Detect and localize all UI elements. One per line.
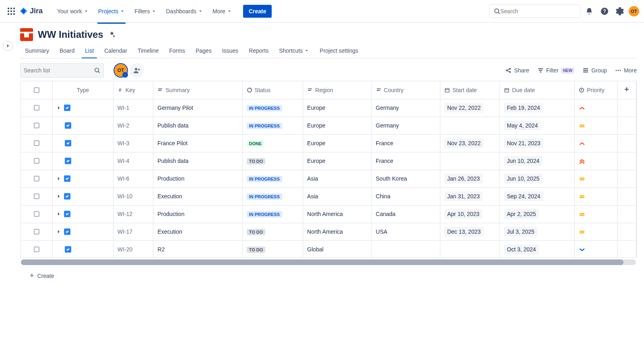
th-add-column[interactable] xyxy=(617,81,636,99)
share-button[interactable]: Share xyxy=(505,67,529,74)
row-priority[interactable] xyxy=(575,99,617,117)
th-checkbox[interactable] xyxy=(21,81,53,99)
table-row[interactable]: WI-17ExecutionTO DONorth AmericaUSADec 1… xyxy=(21,223,636,241)
row-summary[interactable]: R2 xyxy=(153,241,242,258)
row-type-cell[interactable] xyxy=(53,223,114,241)
global-search-input[interactable] xyxy=(500,8,576,14)
row-type-cell[interactable] xyxy=(53,99,114,117)
tab-project-settings[interactable]: Project settings xyxy=(315,44,363,58)
notifications-icon[interactable] xyxy=(583,5,596,18)
row-status[interactable]: TO DO xyxy=(242,223,303,241)
create-button[interactable]: Create xyxy=(243,5,272,18)
row-status[interactable]: TO DO xyxy=(242,152,303,170)
row-status[interactable]: DONE xyxy=(242,134,303,152)
chevron-right-icon[interactable] xyxy=(57,211,61,217)
row-due-date[interactable]: Jun 10, 2025 xyxy=(500,170,575,187)
nav-your-work[interactable]: Your work xyxy=(53,5,93,18)
row-country[interactable]: South Korea xyxy=(372,170,440,187)
row-type-cell[interactable] xyxy=(53,205,114,223)
table-row[interactable]: WI-20R2TO DOGlobalOct 3, 2024 xyxy=(21,241,636,258)
row-priority[interactable] xyxy=(575,241,617,258)
row-country[interactable]: Germany xyxy=(372,117,440,134)
row-country[interactable]: Germany xyxy=(372,99,440,117)
row-status[interactable]: IN PROGRESS xyxy=(242,187,303,205)
table-row[interactable]: WI-1Germany PilotIN PROGRESSEuropeGerman… xyxy=(21,99,636,117)
row-due-date[interactable]: Apr 2, 2025 xyxy=(500,205,575,223)
sidebar-expand-icon[interactable] xyxy=(3,41,13,51)
row-summary[interactable]: Germany Pilot xyxy=(153,99,242,117)
row-region[interactable]: Asia xyxy=(303,187,372,205)
th-start-date[interactable]: Start date xyxy=(440,81,500,99)
group-button[interactable]: Group xyxy=(582,67,607,74)
row-priority[interactable] xyxy=(575,134,617,152)
th-country[interactable]: Country xyxy=(372,81,440,99)
row-summary[interactable]: Publish data xyxy=(153,152,242,170)
row-status[interactable]: IN PROGRESS xyxy=(242,99,303,117)
tab-calendar[interactable]: Calendar xyxy=(99,44,132,58)
row-start-date[interactable]: Jan 26, 2023 xyxy=(440,170,500,187)
th-due-date[interactable]: Due date xyxy=(500,81,575,99)
row-start-date[interactable] xyxy=(440,241,500,258)
row-start-date[interactable]: Dec 13, 2023 xyxy=(440,223,500,241)
row-key[interactable]: WI-6 xyxy=(113,170,153,187)
th-key[interactable]: #Key xyxy=(113,81,153,99)
filter-button[interactable]: FilterNEW xyxy=(537,67,574,74)
row-key[interactable]: WI-17 xyxy=(113,223,153,241)
tab-reports[interactable]: Reports xyxy=(244,44,273,58)
row-priority[interactable] xyxy=(575,170,617,187)
row-status[interactable]: IN PROGRESS xyxy=(242,170,303,187)
row-type-cell[interactable] xyxy=(53,117,114,134)
row-summary[interactable]: Production xyxy=(153,170,242,187)
row-key[interactable]: WI-20 xyxy=(113,241,153,258)
row-country[interactable]: France xyxy=(372,152,440,170)
row-region[interactable]: North America xyxy=(303,223,372,241)
row-summary[interactable]: France Pilot xyxy=(153,134,242,152)
create-issue-row[interactable]: +Create xyxy=(20,267,637,287)
row-region[interactable]: Europe xyxy=(303,99,372,117)
tab-list[interactable]: List xyxy=(80,44,99,58)
row-priority[interactable] xyxy=(575,152,617,170)
row-country[interactable] xyxy=(372,241,440,258)
row-due-date[interactable]: Jun 10, 2024 xyxy=(500,152,575,170)
row-key[interactable]: WI-2 xyxy=(113,117,153,134)
list-search-input[interactable] xyxy=(24,67,94,74)
row-due-date[interactable]: Sep 24, 2024 xyxy=(500,187,575,205)
app-switcher-icon[interactable] xyxy=(5,5,18,18)
chevron-right-icon[interactable] xyxy=(57,228,61,235)
row-status[interactable]: IN PROGRESS xyxy=(242,205,303,223)
table-row[interactable]: WI-2Publish dataIN PROGRESSEuropeGermany… xyxy=(21,117,636,134)
row-checkbox[interactable] xyxy=(21,205,53,223)
tab-pages[interactable]: Pages xyxy=(191,44,217,58)
row-summary[interactable]: Execution xyxy=(153,223,242,241)
list-search[interactable] xyxy=(20,63,104,78)
nav-more[interactable]: More xyxy=(208,5,236,18)
row-checkbox[interactable] xyxy=(21,241,53,258)
row-type-cell[interactable] xyxy=(53,134,114,152)
row-key[interactable]: WI-10 xyxy=(113,187,153,205)
row-checkbox[interactable] xyxy=(21,152,53,170)
row-key[interactable]: WI-3 xyxy=(113,134,153,152)
row-key[interactable]: WI-4 xyxy=(113,152,153,170)
jira-logo[interactable]: Jira xyxy=(19,7,43,16)
help-icon[interactable]: ? xyxy=(598,5,611,18)
row-summary[interactable]: Publish data xyxy=(153,117,242,134)
row-priority[interactable] xyxy=(575,187,617,205)
user-avatar[interactable]: OT xyxy=(629,6,639,16)
settings-icon[interactable] xyxy=(613,5,626,18)
row-due-date[interactable]: Nov 21, 2023 xyxy=(500,134,575,152)
row-priority[interactable] xyxy=(575,205,617,223)
row-start-date[interactable]: Jan 31, 2023 xyxy=(440,187,500,205)
row-checkbox[interactable] xyxy=(21,99,53,117)
row-region[interactable]: Europe xyxy=(303,152,372,170)
row-country[interactable]: Canada xyxy=(372,205,440,223)
row-type-cell[interactable] xyxy=(53,170,114,187)
th-region[interactable]: Region xyxy=(303,81,372,99)
tab-forms[interactable]: Forms xyxy=(164,44,190,58)
table-row[interactable]: WI-4Publish dataTO DOEuropeFranceJun 10,… xyxy=(21,152,636,170)
chevron-right-icon[interactable] xyxy=(57,105,61,111)
row-due-date[interactable]: Feb 19, 2024 xyxy=(500,99,575,117)
row-status[interactable]: IN PROGRESS xyxy=(242,117,303,134)
row-region[interactable]: Europe xyxy=(303,117,372,134)
th-summary[interactable]: Summary xyxy=(153,81,242,99)
row-key[interactable]: WI-12 xyxy=(113,205,153,223)
